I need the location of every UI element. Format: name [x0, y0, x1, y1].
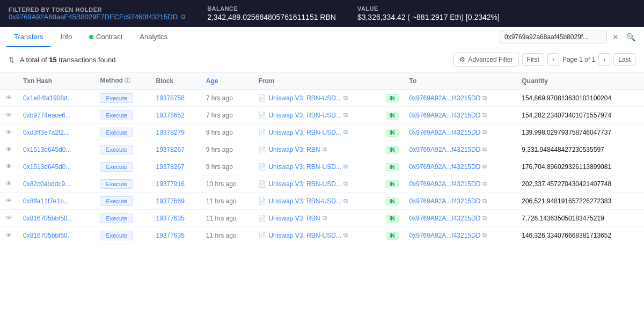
- copy-from-icon[interactable]: ⧉: [343, 163, 348, 170]
- to-address-link[interactable]: 0x9769A92A...f43215DD: [409, 215, 481, 222]
- copy-from-icon[interactable]: ⧉: [323, 215, 327, 222]
- eye-icon[interactable]: 👁: [5, 163, 12, 171]
- txn-hash-link[interactable]: 0xb9774eace6...: [23, 112, 71, 119]
- eye-icon[interactable]: 👁: [5, 145, 12, 153]
- copy-from-icon[interactable]: ⧉: [343, 232, 348, 239]
- from-address-link[interactable]: Uniswap V3: RBN: [268, 215, 320, 222]
- copy-to-icon[interactable]: ⧉: [482, 215, 487, 222]
- row-eye[interactable]: 👁: [0, 227, 18, 244]
- col-to: To: [404, 72, 517, 90]
- copy-from-icon[interactable]: ⧉: [343, 180, 348, 187]
- to-address-link[interactable]: 0x9769A92A...f43215DD: [409, 112, 481, 119]
- from-address-link[interactable]: Uniswap V3: RBN-USD...: [268, 232, 341, 239]
- to-address-link[interactable]: 0x9769A92A...f43215DD: [409, 232, 481, 239]
- block-link[interactable]: 19378279: [156, 129, 184, 136]
- to-address-link[interactable]: 0x9769A92A...f43215DD: [409, 197, 481, 205]
- row-eye[interactable]: 👁: [0, 141, 18, 158]
- copy-to-icon[interactable]: ⧉: [482, 163, 487, 170]
- txn-hash-link[interactable]: 0xd3ff3e7a2f2...: [23, 129, 69, 136]
- to-address-link[interactable]: 0x9769A92A...f43215DD: [409, 129, 481, 136]
- to-address-link[interactable]: 0x9769A92A...f43215DD: [409, 146, 481, 153]
- to-address-link[interactable]: 0x9769A92A...f43215DD: [409, 163, 481, 171]
- txn-hash-link[interactable]: 0x82c0abddc9...: [23, 180, 70, 188]
- txn-hash-link[interactable]: 0x816705bbf50...: [23, 215, 73, 222]
- block-link[interactable]: 19378652: [156, 112, 184, 119]
- copy-to-icon[interactable]: ⧉: [482, 197, 487, 204]
- copy-address-icon[interactable]: ⧉: [181, 13, 186, 20]
- row-eye[interactable]: 👁: [0, 158, 18, 175]
- copy-to-icon[interactable]: ⧉: [482, 112, 487, 119]
- copy-from-icon[interactable]: ⧉: [343, 129, 348, 136]
- block-link[interactable]: 19378758: [156, 94, 184, 102]
- table-row: 👁 0x816705bbf50... Execute 19377635 11 h…: [0, 227, 644, 244]
- from-address-link[interactable]: Uniswap V3: RBN-USD...: [268, 94, 341, 102]
- eye-icon[interactable]: 👁: [5, 197, 12, 205]
- to-address-link[interactable]: 0x9769A92A...f43215DD: [409, 180, 481, 188]
- tab-transfers[interactable]: Transfers: [6, 27, 50, 47]
- tab-info[interactable]: Info: [53, 27, 79, 47]
- prev-page-button[interactable]: ‹: [547, 53, 559, 66]
- address-filter-input[interactable]: [500, 31, 607, 43]
- copy-to-icon[interactable]: ⧉: [482, 129, 487, 136]
- txn-hash-link[interactable]: 0x816705bbf50...: [23, 232, 73, 239]
- row-method: Execute: [94, 210, 150, 227]
- eye-icon[interactable]: 👁: [5, 94, 12, 102]
- txn-hash-link[interactable]: 0x1e84fa1908d...: [23, 94, 73, 102]
- last-page-button[interactable]: Last: [613, 53, 635, 66]
- to-address-link[interactable]: 0x9769A92A...f43215DD: [409, 94, 481, 102]
- block-link[interactable]: 19378267: [156, 163, 184, 171]
- from-address-link[interactable]: Uniswap V3: RBN-USD...: [268, 180, 341, 188]
- tab-contract[interactable]: Contract: [82, 27, 130, 47]
- txn-hash-link[interactable]: 0x8ffa11f7e1b...: [23, 197, 69, 205]
- eye-icon[interactable]: 👁: [5, 111, 12, 119]
- eye-icon[interactable]: 👁: [5, 214, 12, 222]
- first-page-button[interactable]: First: [522, 53, 544, 66]
- from-address-link[interactable]: Uniswap V3: RBN-USD...: [268, 163, 341, 171]
- copy-to-icon[interactable]: ⧉: [482, 180, 487, 187]
- row-direction: IN: [380, 210, 404, 227]
- method-help-icon[interactable]: ⓘ: [125, 77, 130, 84]
- eye-icon[interactable]: 👁: [5, 180, 12, 188]
- from-address-link[interactable]: Uniswap V3: RBN: [268, 146, 320, 153]
- tab-analytics[interactable]: Analytics: [132, 27, 175, 47]
- row-eye[interactable]: 👁: [0, 210, 18, 227]
- row-eye[interactable]: 👁: [0, 107, 18, 124]
- copy-to-icon[interactable]: ⧉: [482, 146, 487, 153]
- quantity-value: 176,704.896029326113899081: [522, 163, 611, 171]
- age-text: 10 hrs ago: [206, 180, 237, 188]
- value-label: VALUE: [357, 5, 500, 12]
- txn-hash-link[interactable]: 0x1513d645d0...: [23, 146, 71, 153]
- col-eye: [0, 72, 18, 90]
- block-link[interactable]: 19377669: [156, 197, 184, 205]
- row-eye[interactable]: 👁: [0, 124, 18, 141]
- copy-from-icon[interactable]: ⧉: [343, 94, 348, 101]
- method-badge: Execute: [100, 162, 133, 172]
- copy-from-icon[interactable]: ⧉: [343, 197, 348, 204]
- row-quantity: 206,521.948191657226272383: [516, 193, 644, 210]
- block-link[interactable]: 19378267: [156, 146, 184, 153]
- eye-icon[interactable]: 👁: [5, 128, 12, 136]
- clear-filter-button[interactable]: ✕: [610, 32, 621, 42]
- from-address-link[interactable]: Uniswap V3: RBN-USD...: [268, 129, 341, 136]
- toolbar: ⇅ A total of 15 transactions found ⚙ Adv…: [0, 47, 644, 72]
- block-link[interactable]: 19377916: [156, 180, 184, 188]
- txn-hash-link[interactable]: 0x1513d645d0...: [23, 163, 71, 171]
- next-page-button[interactable]: ›: [598, 53, 610, 66]
- advanced-filter-button[interactable]: ⚙ Advanced Filter: [453, 53, 518, 67]
- row-eye[interactable]: 👁: [0, 90, 18, 107]
- row-eye[interactable]: 👁: [0, 193, 18, 210]
- row-txn: 0xd3ff3e7a2f2...: [18, 124, 94, 141]
- from-address-link[interactable]: Uniswap V3: RBN-USD...: [268, 197, 341, 205]
- sort-icon[interactable]: ⇅: [9, 56, 14, 64]
- block-link[interactable]: 19377635: [156, 232, 184, 239]
- copy-from-icon[interactable]: ⧉: [343, 112, 348, 119]
- copy-from-icon[interactable]: ⧉: [323, 146, 327, 153]
- row-eye[interactable]: 👁: [0, 175, 18, 193]
- table-row: 👁 0x1513d645d0... Execute 19378267 9 hrs…: [0, 141, 644, 158]
- copy-to-icon[interactable]: ⧉: [482, 94, 487, 101]
- search-button[interactable]: 🔍: [624, 31, 638, 43]
- from-address-link[interactable]: Uniswap V3: RBN-USD...: [268, 112, 341, 119]
- block-link[interactable]: 19377635: [156, 215, 184, 222]
- eye-icon[interactable]: 👁: [5, 231, 12, 239]
- copy-to-icon[interactable]: ⧉: [482, 232, 487, 239]
